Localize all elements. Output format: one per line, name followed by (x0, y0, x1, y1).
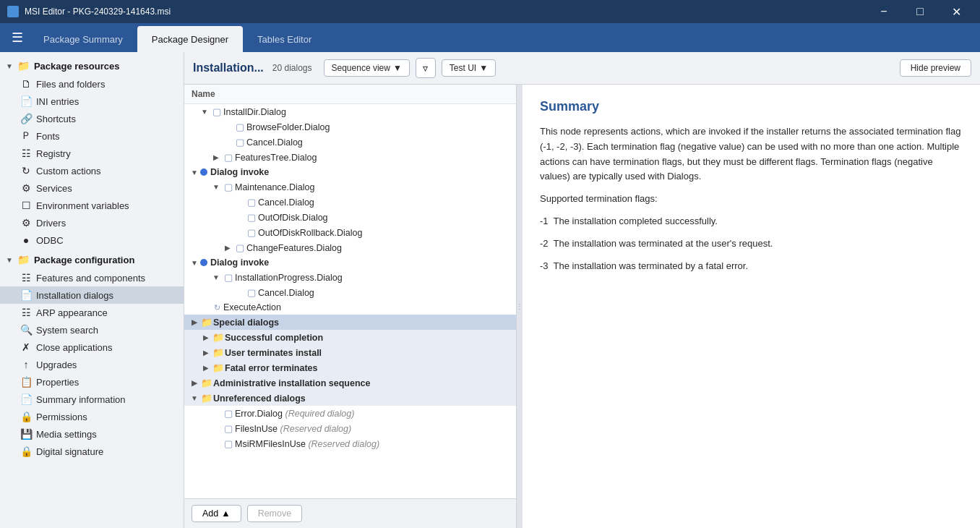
sidebar-group-header-resources[interactable]: ▼ 📁 Package resources (0, 56, 184, 75)
chevron-closed-icon: ▶ (189, 318, 200, 326)
test-ui-button[interactable]: Test UI ▼ (442, 59, 496, 77)
sidebar-item-fonts[interactable]: Ｐ Fonts (0, 127, 184, 145)
add-button[interactable]: Add ▲ (192, 505, 241, 522)
tree-row-label: Special dialogs (213, 318, 512, 328)
sidebar-item-installation-dialogs[interactable]: 📄 Installation dialogs (0, 286, 184, 304)
close-app-icon: ✗ (20, 341, 32, 353)
sidebar-item-upgrades[interactable]: ↑ Upgrades (0, 356, 184, 373)
drag-handle[interactable]: ⋮ (517, 85, 523, 528)
sidebar-item-services[interactable]: ⚙ Services (0, 179, 184, 197)
sidebar-item-properties[interactable]: 📋 Properties (0, 373, 184, 391)
sidebar-label-summary-info: Summary information (36, 394, 126, 405)
tree-row-unreferenced[interactable]: ▼ 📁 Unreferenced dialogs (184, 391, 516, 406)
close-button[interactable]: ✕ (940, 0, 973, 23)
tab-tables-editor[interactable]: Tables Editor (243, 26, 326, 52)
sidebar-item-summary-information[interactable]: 📄 Summary information (0, 391, 184, 408)
sidebar-item-shortcuts[interactable]: 🔗 Shortcuts (0, 110, 184, 127)
arp-icon: ☷ (20, 307, 32, 318)
tree-row-special-dialogs[interactable]: ▶ 📁 Special dialogs (184, 315, 516, 330)
chevron-closed-icon: ▶ (200, 333, 212, 341)
tree-row[interactable]: ▶ ▢ FeaturesTree.Dialog (184, 150, 516, 165)
titlebar-title: MSI Editor - PKG-240329-141643.msi (25, 7, 171, 17)
tabbar: ☰ Package Summary Package Designer Table… (0, 23, 980, 52)
titlebar-controls: − □ ✕ (867, 0, 973, 23)
tree-row-label: Cancel.Dialog (258, 197, 512, 208)
tree-row-label: OutOfDisk.Dialog (258, 213, 512, 223)
sequence-view-button[interactable]: Sequence view ▼ (324, 59, 410, 77)
sidebar-item-ini-entries[interactable]: 📄 INI entries (0, 93, 184, 110)
tree-row[interactable]: ▼ ▢ InstallationProgress.Dialog (184, 270, 516, 285)
sidebar-item-digital-signature[interactable]: 🔒 Digital signature (0, 443, 184, 460)
sidebar-group-resources-label: Package resources (34, 61, 120, 72)
sidebar-item-media-settings[interactable]: 💾 Media settings (0, 425, 184, 443)
tree-row[interactable]: ▢ Cancel.Dialog (184, 135, 516, 150)
sidebar-item-features-components[interactable]: ☷ Features and components (0, 269, 184, 286)
minimize-button[interactable]: − (867, 0, 901, 23)
tree-row-admin-install[interactable]: ▶ 📁 Administrative installation sequence (184, 375, 516, 391)
tree-row[interactable]: ▢ BrowseFolder.Dialog (184, 119, 516, 135)
tree-row[interactable]: ▢ MsiRMFilesInUse (Reserved dialog) (184, 436, 516, 451)
permissions-icon: 🔒 (20, 411, 32, 422)
tree-row[interactable]: ▼ Dialog invoke (184, 255, 516, 270)
hide-preview-button[interactable]: Hide preview (900, 59, 971, 77)
sidebar-item-system-search[interactable]: 🔍 System search (0, 321, 184, 338)
content-toolbar: Installation... 20 dialogs Sequence view… (184, 52, 980, 85)
sidebar-item-files-folders[interactable]: 🗋 Files and folders (0, 75, 184, 93)
tree-bottom-bar: Add ▲ Remove (184, 498, 516, 528)
required-label: (Required dialog) (285, 409, 354, 419)
tree-row-label: Maintenance.Dialog (235, 182, 512, 192)
remove-button[interactable]: Remove (247, 505, 303, 522)
execute-action-icon: ↻ (210, 303, 223, 312)
sidebar-item-odbc[interactable]: ● ODBC (0, 231, 184, 249)
sidebar-label-registry: Registry (36, 148, 71, 159)
tree-row-label: InstallDir.Dialog (223, 107, 512, 117)
tree-row[interactable]: ▶ 📁 User terminates install (184, 345, 516, 360)
tree-row[interactable]: ▢ OutOfDiskRollback.Dialog (184, 225, 516, 240)
tree-row[interactable]: ▼ Dialog invoke (184, 165, 516, 179)
sidebar-item-registry[interactable]: ☷ Registry (0, 145, 184, 162)
tree-row[interactable]: ▼ ▢ Maintenance.Dialog (184, 179, 516, 195)
tree-row[interactable]: ▶ ▢ ChangeFeatures.Dialog (184, 240, 516, 255)
sidebar-label-ini: INI entries (36, 96, 79, 107)
tree-row[interactable]: ↻ ExecuteAction (184, 300, 516, 315)
tree-row[interactable]: ▢ Error.Dialog (Required dialog) (184, 406, 516, 421)
tree-row[interactable]: ▼ ▢ InstallDir.Dialog (184, 104, 516, 119)
sidebar-item-permissions[interactable]: 🔒 Permissions (0, 408, 184, 425)
sidebar-item-close-applications[interactable]: ✗ Close applications (0, 338, 184, 356)
sidebar-label-upgrades: Upgrades (36, 359, 77, 370)
folder-config-icon: 📁 (17, 254, 30, 265)
filter-button[interactable]: ▿ (416, 58, 436, 78)
sidebar-group-header-config[interactable]: ▼ 📁 Package configuration (0, 250, 184, 269)
sidebar-item-drivers[interactable]: ⚙ Drivers (0, 214, 184, 231)
dialog-file-icon: ▢ (222, 423, 235, 434)
sidebar-label-dialogs: Installation dialogs (36, 290, 113, 301)
services-icon: ⚙ (20, 182, 32, 194)
tree-row-label: Cancel.Dialog (258, 288, 512, 298)
tree-row[interactable]: ▢ Cancel.Dialog (184, 285, 516, 300)
env-icon: ☐ (20, 200, 32, 211)
reserved-label-2: (Reserved dialog) (308, 439, 379, 449)
preview-paragraph-2: Supported termination flags: (540, 192, 963, 207)
tree-row[interactable]: ▢ Cancel.Dialog (184, 195, 516, 210)
sidebar: ▼ 📁 Package resources 🗋 Files and folder… (0, 52, 184, 528)
preview-flag-2: -2 The installation was terminated at th… (540, 237, 963, 252)
tree-row-label: Dialog invoke (210, 167, 512, 177)
sidebar-item-environment-variables[interactable]: ☐ Environment variables (0, 197, 184, 214)
tree-row[interactable]: ▶ 📁 Fatal error terminates (184, 360, 516, 375)
filter-icon: ▿ (423, 62, 428, 74)
sidebar-item-custom-actions[interactable]: ↻ Custom actions (0, 162, 184, 179)
hamburger-menu-icon[interactable]: ☰ (6, 23, 29, 52)
tree-body[interactable]: ▼ ▢ InstallDir.Dialog ▢ BrowseFolder.Dia… (184, 104, 516, 498)
tree-row[interactable]: ▢ OutOfDisk.Dialog (184, 210, 516, 225)
tree-row-label: MsiRMFilesInUse (Reserved dialog) (235, 439, 512, 449)
tab-package-designer[interactable]: Package Designer (137, 26, 243, 52)
maximize-button[interactable]: □ (903, 0, 937, 23)
tree-row[interactable]: ▶ 📁 Successful completion (184, 330, 516, 345)
tab-package-summary[interactable]: Package Summary (29, 26, 137, 52)
tree-row[interactable]: ▢ FilesInUse (Reserved dialog) (184, 421, 516, 436)
app-icon (7, 6, 19, 17)
dialogs-icon: 📄 (20, 289, 32, 301)
folder-resources-icon: 📁 (17, 60, 30, 72)
main-layout: ▼ 📁 Package resources 🗋 Files and folder… (0, 52, 980, 528)
sidebar-item-arp-appearance[interactable]: ☷ ARP appearance (0, 304, 184, 321)
